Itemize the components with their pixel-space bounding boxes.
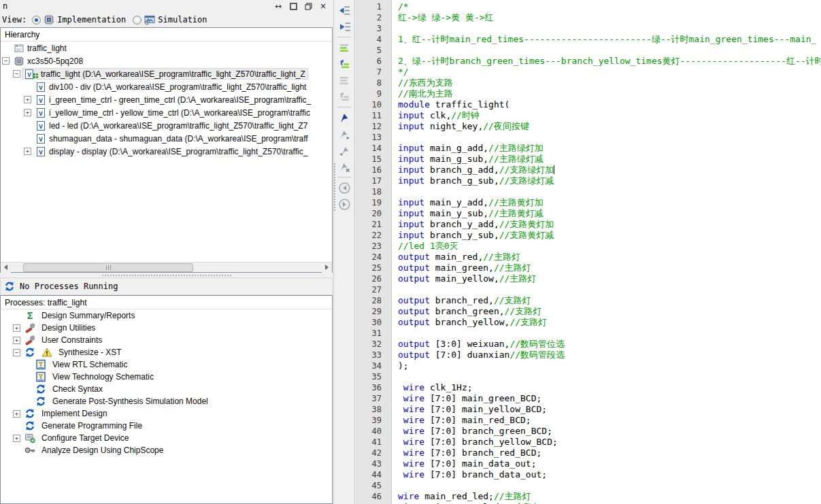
undock-icon[interactable]: ↔: [273, 2, 283, 11]
scroll-track[interactable]: [11, 263, 322, 273]
expander-plus-icon[interactable]: +: [24, 96, 31, 103]
code-line-39[interactable]: 39 wire [7:0] main_red_BCD;: [356, 415, 821, 426]
indent-button[interactable]: [337, 19, 352, 34]
diff-lines-button[interactable]: [337, 40, 352, 55]
code-line-45[interactable]: 45: [356, 480, 821, 491]
code-line-38[interactable]: 38 wire [7:0] main_yellow_BCD;: [356, 404, 821, 415]
code-line-2[interactable]: 2红->绿 绿->黄 黄->红: [356, 12, 821, 23]
code-line-19[interactable]: 19input main_y_add,//主路黄灯加: [356, 197, 821, 208]
expander-plus-icon[interactable]: +: [13, 324, 20, 332]
code-line-33[interactable]: 33output [7:0] duanxian//数码管段选: [356, 350, 821, 360]
code-line-7[interactable]: 7*/: [356, 67, 821, 78]
diff-undo-disabled-button[interactable]: [337, 89, 352, 104]
code-line-6[interactable]: 62、绿--计时branch_green_times---branch_yell…: [356, 56, 821, 67]
hierarchy-item-row[interactable]: vled - led (D:\A_workarea\ISE_program\tr…: [1, 119, 332, 132]
code-line-34[interactable]: 34);: [356, 360, 821, 371]
code-line-12[interactable]: 12input night_key,//夜间按键: [356, 121, 821, 132]
hierarchy-item-row[interactable]: −xc3s50-5pq208: [1, 54, 332, 67]
radio-off-icon[interactable]: [133, 16, 141, 24]
code-line-28[interactable]: 28output branch_red,//支路灯: [356, 295, 821, 306]
expander-plus-icon[interactable]: +: [13, 337, 20, 344]
hierarchy-item-row[interactable]: −vtraffic_light (D:\A_workarea\ISE_progr…: [1, 67, 332, 80]
code-line-9[interactable]: 9//南北为主路: [356, 88, 821, 99]
close-icon[interactable]: ×: [318, 2, 328, 11]
code-line-13[interactable]: 13: [356, 132, 821, 143]
process-item-row[interactable]: View RTL Schematic: [1, 358, 332, 371]
float-icon[interactable]: [303, 2, 313, 11]
diff-lines-disabled-button[interactable]: [337, 73, 352, 88]
code-line-42[interactable]: 42 wire [7:0] branch_red_BCD;: [356, 448, 821, 458]
code-line-36[interactable]: 36 wire clk_1Hz;: [356, 382, 821, 393]
code-line-8[interactable]: 8//东西为支路: [356, 78, 821, 88]
code-line-43[interactable]: 43 wire [7:0] main_data_out;: [356, 458, 821, 469]
code-line-37[interactable]: 37 wire [7:0] main_green_BCD;: [356, 393, 821, 404]
expander-minus-icon[interactable]: −: [2, 57, 10, 65]
scroll-left-icon[interactable]: [1, 263, 11, 273]
process-item-row[interactable]: Generate Post-Synthesis Simulation Model: [1, 395, 332, 407]
code-line-22[interactable]: 22input branch_y_sub,//支路黄灯减: [356, 230, 821, 241]
expander-minus-icon[interactable]: −: [13, 70, 20, 78]
code-line-21[interactable]: 21input branch_y_add,//支路黄灯加: [356, 219, 821, 230]
maximize-icon[interactable]: [288, 2, 298, 11]
process-item-row[interactable]: Generate Programming File: [1, 420, 332, 432]
bookmark-button[interactable]: [337, 110, 352, 125]
code-line-11[interactable]: 11input clk,//时钟: [356, 110, 821, 121]
code-line-18[interactable]: 18: [356, 186, 821, 197]
scroll-thumb[interactable]: [23, 263, 193, 272]
code-line-26[interactable]: 26output main_yellow,//主路灯: [356, 273, 821, 284]
code-line-1[interactable]: 1/*: [356, 1, 821, 12]
radio-on-icon[interactable]: [32, 16, 41, 24]
code-line-32[interactable]: 32output [3:0] weixuan,//数码管位选: [356, 339, 821, 350]
code-line-46[interactable]: 46wire main_red_led;//主路灯: [356, 491, 821, 502]
code-line-27[interactable]: 27: [356, 284, 821, 295]
hierarchy-item-row[interactable]: +vdisplay - display (D:\A_workarea\ISE_p…: [1, 145, 332, 158]
code-line-10[interactable]: 10module traffic_light(: [356, 99, 821, 110]
code-line-16[interactable]: 16input branch_g_add,//支路绿灯加: [356, 165, 821, 175]
process-item-row[interactable]: +Design Utilities: [1, 322, 332, 334]
process-item-row[interactable]: ΣDesign Summary/Reports: [1, 309, 332, 322]
code-line-20[interactable]: 20input main_y_sub,//主路黄灯减: [356, 208, 821, 219]
hierarchy-item-row[interactable]: +vi_yellow_time_ctrl - yellow_time_ctrl …: [1, 106, 332, 119]
code-line-44[interactable]: 44 wire [7:0] branch_data_out;: [356, 469, 821, 480]
code-line-41[interactable]: 41 wire [7:0] branch_yellow_BCD;: [356, 437, 821, 448]
hierarchy-item-row[interactable]: vshumaguan_data - shumaguan_data (D:\A_w…: [1, 132, 332, 145]
expander-plus-icon[interactable]: +: [24, 148, 31, 155]
code-line-4[interactable]: 41、红--计时main_red_times------------------…: [356, 34, 821, 45]
diff-undo-button[interactable]: [337, 56, 352, 71]
process-item-row[interactable]: Check Syntax: [1, 383, 332, 395]
code-line-15[interactable]: 15input main_g_sub,//主路绿灯减: [356, 154, 821, 165]
code-line-14[interactable]: 14input main_g_add,//主路绿灯加: [356, 143, 821, 154]
bookmark-clear-button[interactable]: [337, 159, 352, 174]
nav-forward-button[interactable]: [337, 197, 352, 212]
code-line-23[interactable]: 23//led 1亮0灭: [356, 241, 821, 252]
view-option-simulation[interactable]: Simulation: [133, 12, 207, 27]
scroll-right-icon[interactable]: [322, 263, 332, 273]
hierarchy-item-row[interactable]: vdiv100 - div (D:\A_workarea\ISE_program…: [1, 80, 332, 93]
code-line-31[interactable]: 31: [356, 328, 821, 339]
code-line-25[interactable]: 25output main_green,//主路灯: [356, 263, 821, 273]
expander-plus-icon[interactable]: +: [24, 109, 31, 116]
expander-minus-icon[interactable]: −: [13, 349, 20, 356]
expander-plus-icon[interactable]: +: [13, 435, 20, 442]
outdent-button[interactable]: [337, 3, 352, 18]
process-item-row[interactable]: View Technology Schematic: [1, 371, 332, 383]
hierarchy-horizontal-scrollbar[interactable]: [1, 262, 332, 272]
code-line-29[interactable]: 29output branch_green,//支路灯: [356, 306, 821, 317]
code-line-17[interactable]: 17input branch_g_sub,//支路绿灯减: [356, 175, 821, 186]
process-item-row[interactable]: +User Constraints: [1, 334, 332, 346]
bookmark-prev-button[interactable]: [337, 143, 352, 158]
process-item-row[interactable]: +Configure Target Device: [1, 432, 332, 444]
process-item-row[interactable]: −Synthesize - XST: [1, 346, 332, 358]
panel-titlebar[interactable]: n ↔ ×: [0, 0, 333, 12]
expander-plus-icon[interactable]: +: [13, 410, 20, 418]
code-line-40[interactable]: 40 wire [7:0] branch_green_BCD;: [356, 426, 821, 437]
code-line-5[interactable]: 5: [356, 45, 821, 56]
code-editor[interactable]: 1/*2红->绿 绿->黄 黄->红341、红--计时main_red_time…: [356, 0, 821, 504]
nav-back-button[interactable]: [337, 180, 352, 195]
bookmark-next-button[interactable]: [337, 127, 352, 141]
hierarchy-item-row[interactable]: traffic_light: [1, 41, 332, 54]
process-item-row[interactable]: +Implement Design: [1, 407, 332, 420]
code-line-30[interactable]: 30output branch_yellow,//支路灯: [356, 317, 821, 328]
hierarchy-item-row[interactable]: +vi_green_time_ctrl - green_time_ctrl (D…: [1, 93, 332, 106]
process-item-row[interactable]: Analyze Design Using ChipScope: [1, 444, 332, 456]
